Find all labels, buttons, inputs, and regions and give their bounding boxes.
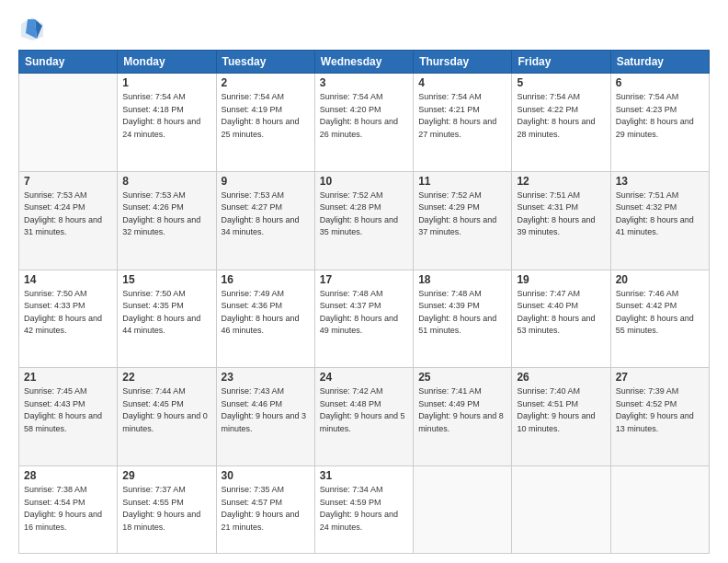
day-number: 16	[222, 273, 310, 286]
day-header-thursday: Thursday	[414, 51, 512, 74]
calendar-header-row: SundayMondayTuesdayWednesdayThursdayFrid…	[19, 51, 710, 74]
calendar-cell: 3Sunrise: 7:54 AMSunset: 4:20 PMDaylight…	[314, 74, 413, 172]
day-header-sunday: Sunday	[19, 51, 118, 74]
day-number: 17	[320, 273, 408, 286]
day-info: Sunrise: 7:50 AMSunset: 4:35 PMDaylight:…	[122, 288, 210, 338]
day-info: Sunrise: 7:46 AMSunset: 4:42 PMDaylight:…	[616, 288, 704, 338]
day-number: 7	[24, 175, 112, 188]
day-header-friday: Friday	[512, 51, 610, 74]
day-number: 10	[320, 175, 408, 188]
calendar-cell: 26Sunrise: 7:40 AMSunset: 4:51 PMDayligh…	[512, 368, 610, 466]
calendar-cell: 4Sunrise: 7:54 AMSunset: 4:21 PMDaylight…	[414, 74, 512, 172]
day-number: 24	[320, 371, 408, 384]
day-info: Sunrise: 7:53 AMSunset: 4:27 PMDaylight:…	[222, 190, 310, 239]
calendar-cell	[19, 74, 118, 172]
day-info: Sunrise: 7:54 AMSunset: 4:19 PMDaylight:…	[222, 91, 310, 141]
calendar-week-4: 28Sunrise: 7:38 AMSunset: 4:54 PMDayligh…	[19, 466, 710, 554]
day-info: Sunrise: 7:53 AMSunset: 4:24 PMDaylight:…	[24, 190, 112, 239]
day-info: Sunrise: 7:54 AMSunset: 4:22 PMDaylight:…	[517, 91, 605, 141]
day-info: Sunrise: 7:38 AMSunset: 4:54 PMDaylight:…	[24, 484, 112, 534]
calendar-cell: 17Sunrise: 7:48 AMSunset: 4:37 PMDayligh…	[314, 270, 413, 368]
day-number: 2	[222, 76, 310, 89]
day-info: Sunrise: 7:45 AMSunset: 4:43 PMDaylight:…	[24, 385, 112, 435]
day-number: 23	[222, 371, 310, 384]
logo-icon	[18, 15, 46, 42]
day-info: Sunrise: 7:52 AMSunset: 4:28 PMDaylight:…	[320, 190, 408, 239]
calendar-cell: 6Sunrise: 7:54 AMSunset: 4:23 PMDaylight…	[610, 74, 709, 172]
logo	[18, 15, 50, 42]
day-info: Sunrise: 7:54 AMSunset: 4:23 PMDaylight:…	[616, 91, 704, 141]
calendar-cell: 9Sunrise: 7:53 AMSunset: 4:27 PMDaylight…	[216, 171, 314, 270]
calendar-cell: 25Sunrise: 7:41 AMSunset: 4:49 PMDayligh…	[414, 368, 512, 466]
day-info: Sunrise: 7:40 AMSunset: 4:51 PMDaylight:…	[517, 385, 605, 435]
day-info: Sunrise: 7:35 AMSunset: 4:57 PMDaylight:…	[222, 484, 310, 534]
day-number: 28	[24, 469, 112, 482]
day-info: Sunrise: 7:54 AMSunset: 4:18 PMDaylight:…	[122, 91, 210, 141]
calendar-cell: 28Sunrise: 7:38 AMSunset: 4:54 PMDayligh…	[19, 466, 118, 554]
day-number: 25	[418, 371, 506, 384]
day-number: 31	[320, 469, 408, 482]
calendar-week-3: 21Sunrise: 7:45 AMSunset: 4:43 PMDayligh…	[19, 368, 710, 466]
day-info: Sunrise: 7:34 AMSunset: 4:59 PMDaylight:…	[320, 484, 408, 534]
day-info: Sunrise: 7:43 AMSunset: 4:46 PMDaylight:…	[222, 385, 310, 435]
calendar-cell: 12Sunrise: 7:51 AMSunset: 4:31 PMDayligh…	[512, 171, 610, 270]
day-info: Sunrise: 7:50 AMSunset: 4:33 PMDaylight:…	[24, 288, 112, 338]
day-info: Sunrise: 7:54 AMSunset: 4:21 PMDaylight:…	[418, 91, 506, 141]
day-info: Sunrise: 7:39 AMSunset: 4:52 PMDaylight:…	[616, 385, 704, 435]
day-info: Sunrise: 7:52 AMSunset: 4:29 PMDaylight:…	[418, 190, 506, 239]
calendar-cell: 22Sunrise: 7:44 AMSunset: 4:45 PMDayligh…	[118, 368, 216, 466]
calendar-cell: 14Sunrise: 7:50 AMSunset: 4:33 PMDayligh…	[19, 270, 118, 368]
calendar-cell: 19Sunrise: 7:47 AMSunset: 4:40 PMDayligh…	[512, 270, 610, 368]
day-info: Sunrise: 7:51 AMSunset: 4:32 PMDaylight:…	[616, 190, 704, 239]
calendar-cell	[512, 466, 610, 554]
day-number: 8	[122, 175, 210, 188]
day-number: 5	[517, 76, 605, 89]
day-number: 18	[418, 273, 506, 286]
calendar-cell: 24Sunrise: 7:42 AMSunset: 4:48 PMDayligh…	[314, 368, 413, 466]
day-info: Sunrise: 7:53 AMSunset: 4:26 PMDaylight:…	[122, 190, 210, 239]
day-number: 29	[122, 469, 210, 482]
day-number: 4	[418, 76, 506, 89]
calendar-cell: 20Sunrise: 7:46 AMSunset: 4:42 PMDayligh…	[610, 270, 709, 368]
day-number: 3	[320, 76, 408, 89]
day-info: Sunrise: 7:54 AMSunset: 4:20 PMDaylight:…	[320, 91, 408, 141]
day-number: 11	[418, 175, 506, 188]
day-info: Sunrise: 7:48 AMSunset: 4:39 PMDaylight:…	[418, 288, 506, 338]
calendar-cell	[610, 466, 709, 554]
calendar-cell	[414, 466, 512, 554]
calendar-cell: 15Sunrise: 7:50 AMSunset: 4:35 PMDayligh…	[118, 270, 216, 368]
day-number: 19	[517, 273, 605, 286]
day-info: Sunrise: 7:49 AMSunset: 4:36 PMDaylight:…	[222, 288, 310, 338]
calendar-cell: 8Sunrise: 7:53 AMSunset: 4:26 PMDaylight…	[118, 171, 216, 270]
day-number: 20	[616, 273, 704, 286]
day-info: Sunrise: 7:42 AMSunset: 4:48 PMDaylight:…	[320, 385, 408, 435]
day-info: Sunrise: 7:37 AMSunset: 4:55 PMDaylight:…	[122, 484, 210, 534]
page: SundayMondayTuesdayWednesdayThursdayFrid…	[0, 0, 728, 563]
day-info: Sunrise: 7:44 AMSunset: 4:45 PMDaylight:…	[122, 385, 210, 435]
day-header-saturday: Saturday	[610, 51, 709, 74]
calendar-week-1: 7Sunrise: 7:53 AMSunset: 4:24 PMDaylight…	[19, 171, 710, 270]
day-number: 21	[24, 371, 112, 384]
header	[18, 15, 710, 42]
day-header-monday: Monday	[118, 51, 216, 74]
calendar-cell: 27Sunrise: 7:39 AMSunset: 4:52 PMDayligh…	[610, 368, 709, 466]
calendar-cell: 21Sunrise: 7:45 AMSunset: 4:43 PMDayligh…	[19, 368, 118, 466]
day-number: 6	[616, 76, 704, 89]
calendar-table: SundayMondayTuesdayWednesdayThursdayFrid…	[18, 50, 710, 554]
day-number: 1	[122, 76, 210, 89]
calendar-cell: 2Sunrise: 7:54 AMSunset: 4:19 PMDaylight…	[216, 74, 314, 172]
day-number: 15	[122, 273, 210, 286]
calendar-cell: 30Sunrise: 7:35 AMSunset: 4:57 PMDayligh…	[216, 466, 314, 554]
calendar-cell: 10Sunrise: 7:52 AMSunset: 4:28 PMDayligh…	[314, 171, 413, 270]
day-number: 22	[122, 371, 210, 384]
calendar-week-0: 1Sunrise: 7:54 AMSunset: 4:18 PMDaylight…	[19, 74, 710, 172]
day-number: 27	[616, 371, 704, 384]
day-info: Sunrise: 7:51 AMSunset: 4:31 PMDaylight:…	[517, 190, 605, 239]
calendar-cell: 1Sunrise: 7:54 AMSunset: 4:18 PMDaylight…	[118, 74, 216, 172]
day-number: 9	[222, 175, 310, 188]
calendar-cell: 11Sunrise: 7:52 AMSunset: 4:29 PMDayligh…	[414, 171, 512, 270]
calendar-cell: 23Sunrise: 7:43 AMSunset: 4:46 PMDayligh…	[216, 368, 314, 466]
day-info: Sunrise: 7:41 AMSunset: 4:49 PMDaylight:…	[418, 385, 506, 435]
day-header-wednesday: Wednesday	[314, 51, 413, 74]
day-number: 12	[517, 175, 605, 188]
